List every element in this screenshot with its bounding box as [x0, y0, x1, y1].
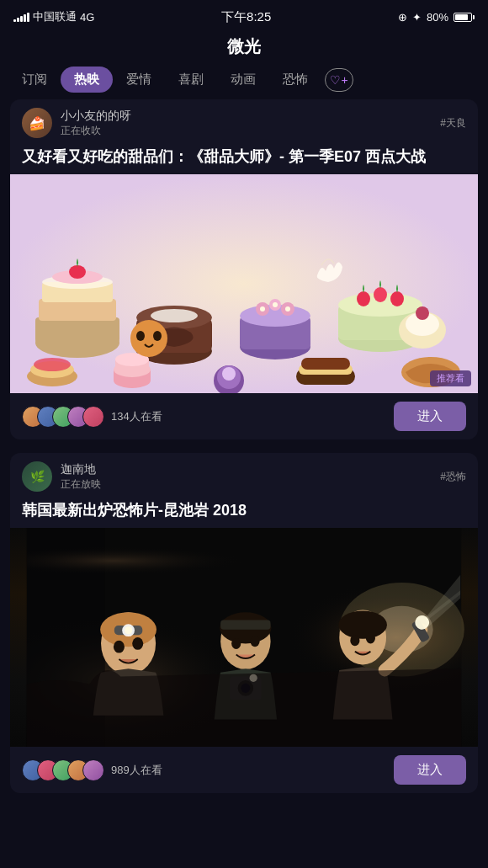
avatar-stack-2 — [22, 759, 104, 781]
svg-rect-63 — [220, 620, 270, 630]
post-tag-2: #恐怖 — [440, 470, 466, 484]
viewers-1: 134人在看 — [22, 406, 162, 428]
viewer-avatar-5 — [82, 406, 104, 428]
user-name-2: 迦南地 — [61, 462, 101, 477]
svg-point-26 — [390, 291, 404, 306]
tab-animation[interactable]: 动画 — [217, 67, 269, 93]
avatar-2: 🌿 — [22, 461, 52, 492]
tab-comedy[interactable]: 喜剧 — [165, 67, 217, 93]
signal-icon — [13, 12, 29, 22]
svg-point-11 — [151, 309, 198, 322]
status-carrier: 中国联通 4G — [13, 9, 94, 24]
tab-horror[interactable]: 恐怖 — [269, 67, 321, 93]
user-details-2: 迦南地 正在放映 — [61, 462, 101, 492]
svg-rect-2 — [35, 317, 119, 343]
svg-point-24 — [357, 291, 370, 306]
svg-point-7 — [69, 265, 86, 279]
svg-point-73 — [366, 633, 375, 644]
user-row-2: 🌿 迦南地 正在放映 #恐怖 — [10, 453, 478, 497]
post-card-1: 🍰 小小友的的呀 正在收吹 #天良 又好看又好吃的甜品们：《甜品大师》- 第一季… — [10, 99, 478, 439]
viewer-avatar-10 — [82, 759, 104, 781]
svg-point-72 — [350, 636, 359, 647]
post-tag-1: #天良 — [440, 116, 466, 130]
bluetooth-icon: ✦ — [412, 11, 422, 24]
svg-point-41 — [416, 306, 429, 320]
tab-subscribe[interactable]: 订阅 — [8, 67, 61, 93]
enter-button-2[interactable]: 进入 — [394, 755, 466, 785]
svg-point-25 — [374, 287, 387, 302]
user-row-1: 🍰 小小友的的呀 正在收吹 #天良 — [10, 99, 478, 143]
user-status-1: 正在收吹 — [61, 124, 131, 138]
svg-point-46 — [136, 331, 145, 341]
svg-point-29 — [34, 358, 71, 371]
post-image-2 — [10, 528, 478, 747]
post-title-2: 韩国最新出炉恐怖片-昆池岩 2018 — [10, 497, 478, 528]
viewer-count-2: 989人在看 — [111, 763, 162, 778]
svg-point-56 — [114, 641, 125, 653]
svg-point-45 — [130, 320, 167, 357]
enter-button-1[interactable]: 进入 — [394, 402, 466, 431]
svg-point-71 — [338, 611, 387, 639]
svg-point-57 — [132, 637, 143, 650]
tab-bar: 订阅 热映 爱情 喜剧 动画 恐怖 ♡+ — [0, 67, 488, 93]
dessert-illustration — [10, 174, 478, 393]
content-area: 🍰 小小友的的呀 正在收吹 #天良 又好看又好吃的甜品们：《甜品大师》- 第一季… — [0, 99, 488, 823]
card-bottom-2: 989人在看 进入 — [10, 747, 478, 793]
user-info-2: 🌿 迦南地 正在放映 — [22, 461, 101, 492]
recommend-badge-1: 推荐看 — [430, 370, 471, 386]
svg-point-19 — [273, 302, 278, 307]
post-image-1: 推荐看 — [10, 174, 478, 393]
user-details-1: 小小友的的呀 正在收吹 — [61, 109, 131, 138]
card-bottom-1: 134人在看 进入 — [10, 393, 478, 439]
status-bar: 中国联通 4G 下午8:25 ⊕ ✦ 80% — [0, 0, 488, 30]
avatar-stack-1 — [22, 406, 104, 428]
horror-illustration — [10, 528, 478, 747]
viewer-count-1: 134人在看 — [111, 409, 162, 424]
svg-point-64 — [231, 638, 241, 649]
svg-point-20 — [285, 306, 290, 312]
location-icon: ⊕ — [398, 11, 407, 24]
status-time: 下午8:25 — [221, 9, 271, 25]
app-title: 微光 — [0, 30, 488, 67]
svg-point-44 — [222, 367, 236, 381]
tab-romance[interactable]: 爱情 — [113, 67, 165, 93]
svg-point-47 — [153, 331, 162, 341]
post-card-2: 🌿 迦南地 正在放映 #恐怖 韩国最新出炉恐怖片-昆池岩 2018 — [10, 453, 478, 793]
battery-icon — [454, 13, 475, 22]
svg-point-65 — [250, 636, 259, 647]
user-name-1: 小小友的的呀 — [61, 109, 131, 124]
user-info-1: 🍰 小小友的的呀 正在收吹 — [22, 108, 131, 138]
tab-heart-button[interactable]: ♡+ — [325, 68, 353, 92]
svg-rect-76 — [27, 528, 461, 575]
svg-rect-37 — [301, 358, 350, 370]
tab-hot[interactable]: 热映 — [61, 67, 113, 93]
svg-point-18 — [260, 306, 265, 312]
viewers-2: 989人在看 — [22, 759, 162, 781]
svg-point-60 — [125, 626, 132, 634]
post-title-1: 又好看又好吃的甜品们：《甜品大师》- 第一季E07 西点大战 — [10, 143, 478, 174]
status-icons: ⊕ ✦ 80% — [398, 11, 475, 24]
avatar-1: 🍰 — [22, 108, 52, 138]
user-status-2: 正在放映 — [61, 477, 101, 492]
